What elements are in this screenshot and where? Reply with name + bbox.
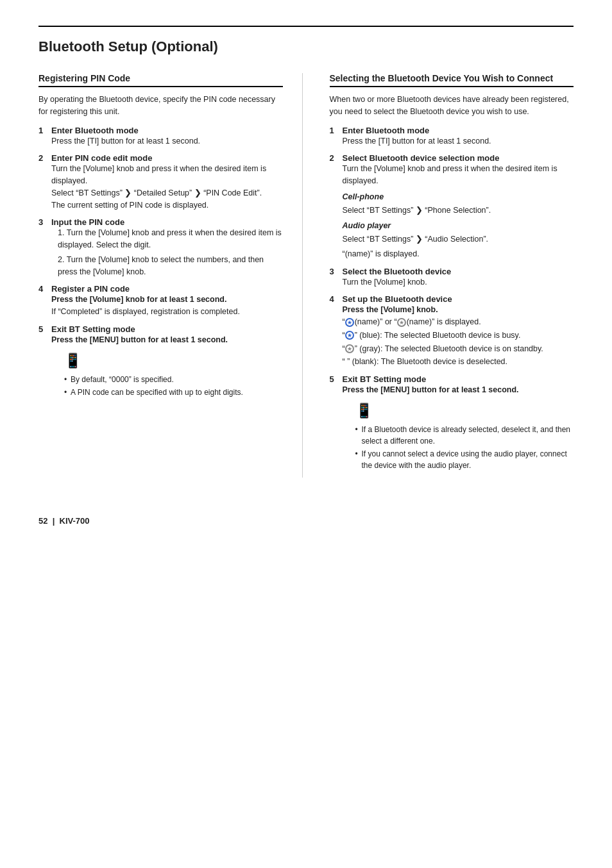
left-step-1-title: Enter Bluetooth mode — [51, 126, 139, 135]
left-step-1: 1 Enter Bluetooth mode Press the [TI] bu… — [38, 126, 283, 147]
right-step-2-audio-body: Select “BT Settings” ❯ “Audio Selection”… — [343, 233, 574, 246]
right-step-1: 1 Enter Bluetooth mode Press the [TI] bu… — [330, 126, 574, 147]
left-step-1-num: 1 — [38, 126, 49, 135]
footer-model: KIV-700 — [60, 516, 90, 526]
right-step-2: 2 Select Bluetooth device selection mode… — [330, 153, 574, 260]
right-step-4-title: Set up the Bluetooth device — [343, 294, 452, 304]
bt-icon-blue1: ★ — [345, 318, 354, 327]
left-step-5: 5 Exit BT Setting mode Press the [MENU] … — [38, 324, 283, 398]
right-step-3-num: 3 — [330, 267, 340, 276]
left-step-5-num: 5 — [38, 324, 49, 334]
left-note-icon: 📱 — [64, 350, 283, 371]
right-step-1-num: 1 — [330, 126, 340, 135]
left-step-2-line3: The current setting of PIN code is displ… — [51, 199, 283, 212]
left-step-3-sub2: 2. Turn the [Volume] knob to select the … — [58, 254, 283, 278]
page-title: Bluetooth Setup (Optional) — [38, 26, 574, 55]
left-step-4: 4 Register a PIN code Press the [Volume]… — [38, 284, 283, 318]
right-step-4-quote1: “★(name)” or “★(name)” is displayed. — [343, 316, 574, 328]
right-step-4-quote2: “★” (blue): The selected Bluetooth devic… — [343, 330, 574, 342]
right-step-2-after: “(name)” is displayed. — [343, 248, 574, 260]
right-step-3: 3 Select the Bluetooth device Turn the [… — [330, 267, 574, 288]
left-step-5-body: Press the [MENU] button for at least 1 s… — [51, 334, 283, 346]
left-step-2-line1: Turn the [Volume] knob and press it when… — [51, 163, 283, 187]
left-step-4-title: Register a PIN code — [51, 284, 130, 294]
right-step-4-quote3: “★” (gray): The selected Bluetooth devic… — [343, 343, 574, 355]
left-section-title: Registering PIN Code — [38, 73, 283, 87]
right-step-5-num: 5 — [330, 374, 340, 384]
left-step-5-title: Exit BT Setting mode — [51, 324, 135, 334]
right-note-1: If a Bluetooth device is already selecte… — [355, 424, 574, 447]
right-step-4-quote4: “ ” (blank): The Bluetooth device is des… — [343, 356, 574, 368]
right-step-5-title: Exit BT Setting mode — [343, 374, 427, 384]
left-step-4-line2: If “Completed” is displayed, registratio… — [51, 306, 283, 318]
left-step-1-body: Press the [TI] button for at least 1 sec… — [51, 137, 200, 146]
right-step-1-body: Press the [TI] button for at least 1 sec… — [343, 137, 491, 146]
left-step-2-num: 2 — [38, 153, 49, 163]
left-step-2-line2: Select “BT Settings” ❯ “Detailed Setup” … — [51, 187, 283, 199]
left-column: Registering PIN Code By operating the Bl… — [38, 73, 303, 478]
right-step-4: 4 Set up the Bluetooth device Press the … — [330, 294, 574, 368]
left-step-4-num: 4 — [38, 284, 49, 294]
right-step-2-cell-label: Cell-phone — [343, 191, 574, 203]
left-step-4-line1: Press the [Volume] knob for at least 1 s… — [51, 294, 283, 306]
right-step-2-num: 2 — [330, 153, 340, 163]
right-step-4-num: 4 — [330, 294, 340, 304]
right-step-2-cell-body: Select “BT Settings” ❯ “Phone Selection”… — [343, 204, 574, 217]
left-section-intro: By operating the Bluetooth device, speci… — [38, 94, 283, 118]
right-step-5-body: Press the [MENU] button for at least 1 s… — [343, 384, 574, 396]
right-step-2-body: Turn the [Volume] knob and press it when… — [343, 163, 574, 187]
right-section-intro: When two or more Bluetooth devices have … — [330, 94, 574, 118]
right-step-4-body: Press the [Volume] knob. — [343, 304, 574, 316]
right-step-2-title: Select Bluetooth device selection mode — [343, 153, 500, 163]
bt-icon-gray1: ★ — [397, 318, 406, 327]
bt-icon-blue2: ★ — [345, 331, 354, 340]
right-note-2: If you cannot select a device using the … — [355, 448, 574, 471]
right-note-icon: 📱 — [355, 400, 574, 421]
right-step-5: 5 Exit BT Setting mode Press the [MENU] … — [330, 374, 574, 471]
bt-icon-gray2: ★ — [345, 344, 354, 353]
left-step-2-title: Enter PIN code edit mode — [51, 153, 152, 163]
right-section-title: Selecting the Bluetooth Device You Wish … — [330, 73, 574, 87]
footer-page-num: 52 — [38, 516, 47, 526]
left-step-3-title: Input the PIN code — [51, 217, 124, 227]
right-step-3-body: Turn the [Volume] knob. — [343, 278, 427, 287]
left-step-2: 2 Enter PIN code edit mode Turn the [Vol… — [38, 153, 283, 211]
left-step-3: 3 Input the PIN code 1. Turn the [Volume… — [38, 217, 283, 278]
right-step-2-audio-label: Audio player — [343, 220, 574, 232]
left-step-3-sub1: 1. Turn the [Volume] knob and press it w… — [58, 227, 283, 251]
page-footer: 52 | KIV-700 — [38, 516, 574, 526]
right-step-3-title: Select the Bluetooth device — [343, 267, 452, 276]
left-step-3-num: 3 — [38, 217, 49, 227]
left-note-2: A PIN code can be specified with up to e… — [64, 387, 283, 398]
right-step-1-title: Enter Bluetooth mode — [343, 126, 430, 135]
right-column: Selecting the Bluetooth Device You Wish … — [326, 73, 574, 478]
left-note-1: By default, “0000” is specified. — [64, 374, 283, 385]
